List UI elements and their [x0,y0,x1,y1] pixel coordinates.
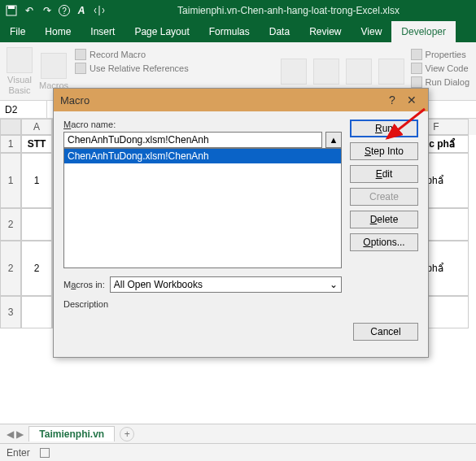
macros-in-label: Macros in: [63,280,105,289]
col-header-a[interactable]: A [21,119,52,135]
cell[interactable] [21,296,52,328]
save-icon[interactable] [5,4,18,17]
options-button[interactable]: Options... [350,233,418,251]
cell[interactable]: STT [21,135,52,153]
tab-insert[interactable]: Insert [81,21,124,42]
menu-bar: File Home Insert Page Layout Formulas Da… [0,21,476,42]
macro-list-item[interactable]: ChenAnhTuDong.xlsm!ChenAnh [64,149,341,163]
relative-refs-button[interactable]: Use Relative References [75,63,189,74]
quick-access-toolbar: ↶ ↷ ? A [5,4,106,17]
select-all-corner[interactable] [0,119,21,135]
macros-in-select[interactable]: All Open Workbooks ⌄ [110,276,342,293]
design-mode-icon[interactable] [378,59,404,85]
name-box[interactable]: D2 [0,101,47,118]
status-mode: Enter [7,447,30,459]
insert-control-icon[interactable] [346,59,372,85]
window-title: Taimienphi.vn-Chen-anh-hang-loat-trong-E… [106,5,471,16]
record-macro-button[interactable]: Record Macro [75,49,189,60]
svg-rect-1 [8,6,15,9]
new-sheet-button[interactable]: + [120,427,134,441]
step-into-button[interactable]: Step Into [350,142,418,160]
run-dialog-button[interactable]: Run Dialog [411,76,469,88]
row-header[interactable]: 1 [0,153,21,208]
row-header[interactable]: 1 [0,135,21,153]
tab-file[interactable]: File [0,21,35,42]
cell[interactable]: 1 [21,153,52,208]
macro-name-input[interactable] [63,132,322,148]
tab-home[interactable]: Home [35,21,81,42]
visual-basic-button[interactable]: Visual Basic [7,46,33,97]
properties-button[interactable]: Properties [411,49,469,60]
macro-name-label: Macro name: [63,120,342,129]
cell[interactable] [21,208,52,241]
touch-mode-icon[interactable] [93,4,106,17]
addins-icon[interactable] [281,59,307,85]
row-header[interactable]: 2 [0,241,21,296]
cell[interactable]: 2 [21,241,52,296]
create-button: Create [350,188,418,206]
tab-review[interactable]: Review [299,21,351,42]
visual-basic-icon [7,47,33,73]
chevron-down-icon: ⌄ [330,279,338,290]
row-header[interactable]: 3 [0,296,21,328]
title-bar: ↶ ↷ ? A Taimienphi.vn-Chen-anh-hang-loat… [0,0,476,21]
dialog-icon [411,76,422,88]
dialog-title: Macro [60,94,382,107]
dialog-titlebar[interactable]: Macro ? ✕ [54,89,428,111]
properties-icon [411,49,422,60]
tab-formulas[interactable]: Formulas [199,21,260,42]
macro-dialog: Macro ? ✕ Macro name: ▲ ChenAnhTuDong.xl… [53,88,429,358]
dialog-help-button[interactable]: ? [382,94,402,107]
reference-button[interactable]: ▲ [325,132,342,148]
description-label: Description [63,299,342,309]
code-icon [411,63,422,74]
cancel-button[interactable]: Cancel [353,323,418,341]
com-addins-icon[interactable] [313,59,339,85]
macros-icon [41,53,67,79]
record-macro-status-icon[interactable] [40,448,50,458]
record-icon [75,49,86,60]
status-bar: Enter [0,443,476,461]
sheet-nav[interactable]: ◀ ▶ [7,428,24,440]
view-code-button[interactable]: View Code [411,63,469,74]
edit-button[interactable]: Edit [350,165,418,183]
font-icon[interactable]: A [75,4,88,17]
sheet-tabs-bar: ◀ ▶ Taimienphi.vn + [0,424,476,443]
tab-developer[interactable]: Developer [391,21,456,42]
help-icon[interactable]: ? [59,5,70,16]
undo-icon[interactable]: ↶ [23,4,36,17]
run-button[interactable]: Run [350,120,418,137]
redo-icon[interactable]: ↷ [41,4,54,17]
tab-pagelayout[interactable]: Page Layout [124,21,199,42]
grid-icon [75,63,86,74]
tab-view[interactable]: View [352,21,392,42]
sheet-tab[interactable]: Taimienphi.vn [28,426,115,441]
tab-data[interactable]: Data [260,21,299,42]
dialog-close-button[interactable]: ✕ [402,94,421,107]
delete-button[interactable]: Delete [350,211,418,228]
macro-list[interactable]: ChenAnhTuDong.xlsm!ChenAnh [63,148,342,268]
row-header[interactable]: 2 [0,208,21,241]
